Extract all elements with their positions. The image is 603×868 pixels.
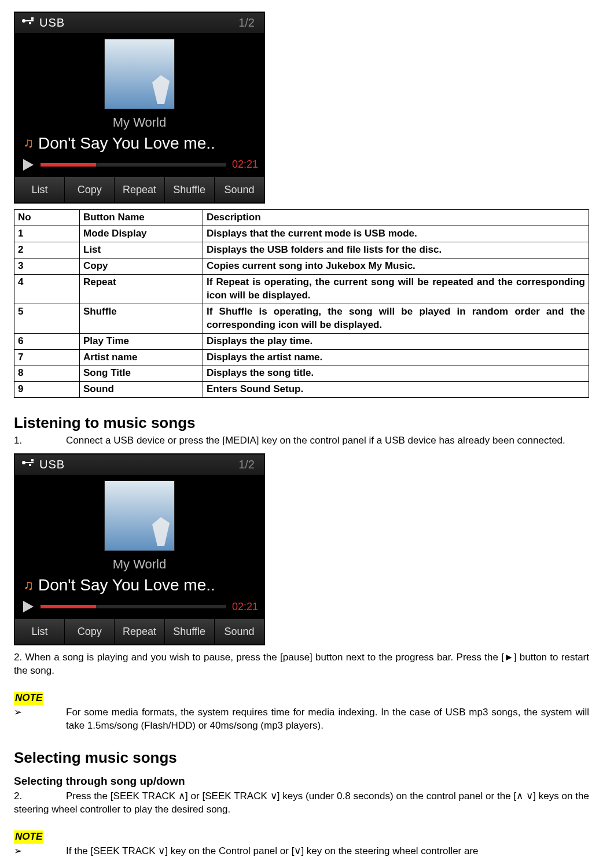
album-art — [104, 39, 175, 109]
cell-name: Artist name — [80, 349, 203, 365]
cell-desc: Displays the USB folders and file lists … — [203, 242, 589, 258]
note-label: NOTE — [14, 692, 43, 705]
table-header-row: No Button Name Description — [14, 210, 589, 226]
song-title: Don't Say You Love me.. — [38, 132, 215, 154]
cell-desc: If Repeat is operating, the current song… — [203, 274, 589, 304]
th-no: No — [14, 210, 80, 226]
table-row: 7 Artist name Displays the artist name. — [14, 349, 589, 365]
play-time: 02:21 — [232, 157, 258, 171]
music-note-icon: ♫ — [23, 576, 34, 594]
svg-rect-6 — [25, 462, 34, 463]
table-row: 5 Shuffle If Shuffle is operating, the s… — [14, 304, 589, 333]
cell-no: 6 — [14, 333, 80, 349]
table-row: 9 Sound Enters Sound Setup. — [14, 382, 589, 398]
subheading-selecting: Selecting through song up/down — [14, 774, 589, 789]
selecting-step2-body: Press the [SEEK TRACK ∧] or [SEEK TRACK … — [14, 791, 589, 815]
cell-desc: Displays that the current mode is USB mo… — [203, 226, 589, 242]
svg-point-0 — [22, 19, 25, 23]
cell-name: List — [80, 242, 203, 258]
note-row: ➢ For some media formats, the system req… — [14, 706, 589, 733]
repeat-button[interactable]: Repeat — [115, 619, 164, 644]
selecting-step2-num: 2. — [14, 790, 66, 803]
cell-no: 4 — [14, 274, 80, 304]
album-art-area — [15, 33, 264, 112]
heading-listening: Listening to music songs — [14, 413, 589, 433]
note-bullet-icon: ➢ — [14, 706, 66, 733]
th-name: Button Name — [80, 210, 203, 226]
progress-row: 02:21 — [15, 597, 264, 618]
step-1-num: 1. — [14, 434, 66, 448]
cell-desc: Copies current song into Jukebox My Musi… — [203, 258, 589, 274]
player-mode-label: USB — [39, 15, 65, 31]
table-row: 6 Play Time Displays the play time. — [14, 333, 589, 349]
cell-name: Sound — [80, 382, 203, 398]
copy-button[interactable]: Copy — [65, 177, 115, 202]
album-art-area — [15, 475, 264, 553]
note-body-2: If the [SEEK TRACK ∨] key on the Control… — [66, 845, 589, 858]
title-row: ♫ Don't Say You Love me.. — [15, 131, 264, 156]
shuffle-button[interactable]: Shuffle — [165, 619, 215, 644]
button-description-table: No Button Name Description 1 Mode Displa… — [14, 209, 589, 398]
player-mode-area: USB — [21, 457, 65, 472]
usb-icon — [21, 457, 36, 472]
svg-rect-3 — [29, 22, 31, 24]
heading-selecting: Selecting music songs — [14, 748, 589, 768]
note-body: For some media formats, the system requi… — [66, 706, 589, 733]
svg-rect-1 — [25, 20, 34, 21]
player-button-bar: List Copy Repeat Shuffle Sound — [15, 618, 264, 644]
cell-name: Play Time — [80, 333, 203, 349]
cell-desc: Displays the play time. — [203, 333, 589, 349]
artist-name: My World — [15, 556, 264, 573]
track-counter: 1/2 — [238, 457, 258, 472]
note-label-2: NOTE — [14, 830, 43, 844]
copy-button[interactable]: Copy — [65, 619, 115, 644]
svg-marker-4 — [23, 159, 34, 171]
play-icon[interactable] — [21, 600, 35, 614]
step-2: 2. When a song is playing and you wish t… — [14, 651, 589, 678]
svg-point-5 — [22, 461, 25, 464]
sound-button[interactable]: Sound — [215, 177, 264, 202]
player-mode-area: USB — [21, 15, 65, 31]
cell-name: Shuffle — [80, 304, 203, 333]
table-row: 4 Repeat If Repeat is operating, the cur… — [14, 274, 589, 304]
cell-no: 5 — [14, 304, 80, 333]
cell-no: 9 — [14, 382, 80, 398]
cell-desc: Displays the song title. — [203, 365, 589, 382]
cell-name: Repeat — [80, 274, 203, 304]
svg-rect-7 — [31, 459, 34, 461]
song-title: Don't Say You Love me.. — [38, 574, 215, 596]
progress-row: 02:21 — [15, 155, 264, 176]
svg-marker-9 — [23, 601, 34, 612]
cell-name: Song Title — [80, 365, 203, 382]
player-header: USB 1/2 — [15, 455, 264, 475]
note-bullet-icon: ➢ — [14, 845, 66, 858]
repeat-button[interactable]: Repeat — [115, 177, 164, 202]
cell-name: Mode Display — [80, 226, 203, 242]
usb-player-screenshot: USB 1/2 My World ♫ Don't Say You Love me… — [14, 12, 265, 204]
table-row: 8 Song Title Displays the song title. — [14, 365, 589, 382]
progress-bar[interactable] — [41, 163, 226, 167]
shuffle-button[interactable]: Shuffle — [165, 177, 215, 202]
selecting-step2: 2.Press the [SEEK TRACK ∧] or [SEEK TRAC… — [14, 790, 589, 817]
progress-fill — [41, 163, 96, 167]
table-row: 2 List Displays the USB folders and file… — [14, 242, 589, 258]
play-time: 02:21 — [232, 600, 258, 614]
list-button[interactable]: List — [15, 177, 65, 202]
play-icon[interactable] — [21, 158, 35, 172]
progress-bar[interactable] — [41, 605, 226, 608]
step-1-body: Connect a USB device or press the [MEDIA… — [66, 435, 565, 446]
sound-button[interactable]: Sound — [215, 619, 264, 644]
svg-rect-2 — [31, 17, 34, 20]
album-art — [104, 481, 175, 551]
list-button[interactable]: List — [15, 619, 65, 644]
player-button-bar: List Copy Repeat Shuffle Sound — [15, 176, 264, 202]
usb-player-screenshot-2: USB 1/2 My World ♫ Don't Say You Love me… — [14, 453, 265, 645]
player-mode-label: USB — [39, 457, 65, 472]
cell-no: 8 — [14, 365, 80, 382]
cell-desc: Displays the artist name. — [203, 349, 589, 365]
table-row: 1 Mode Display Displays that the current… — [14, 226, 589, 242]
title-row: ♫ Don't Say You Love me.. — [15, 573, 264, 597]
progress-fill — [41, 605, 96, 608]
table-row: 3 Copy Copies current song into Jukebox … — [14, 258, 589, 274]
player-header: USB 1/2 — [15, 13, 264, 33]
